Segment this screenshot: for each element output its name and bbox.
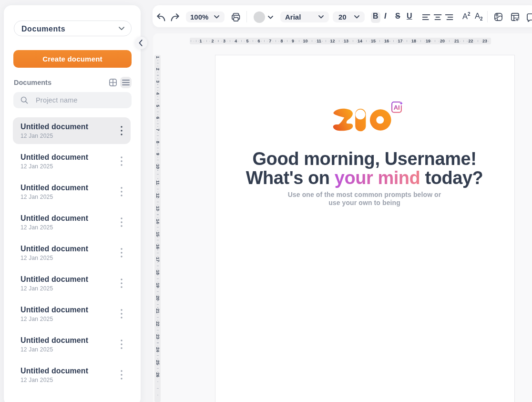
svg-text:AI: AI <box>394 104 400 111</box>
